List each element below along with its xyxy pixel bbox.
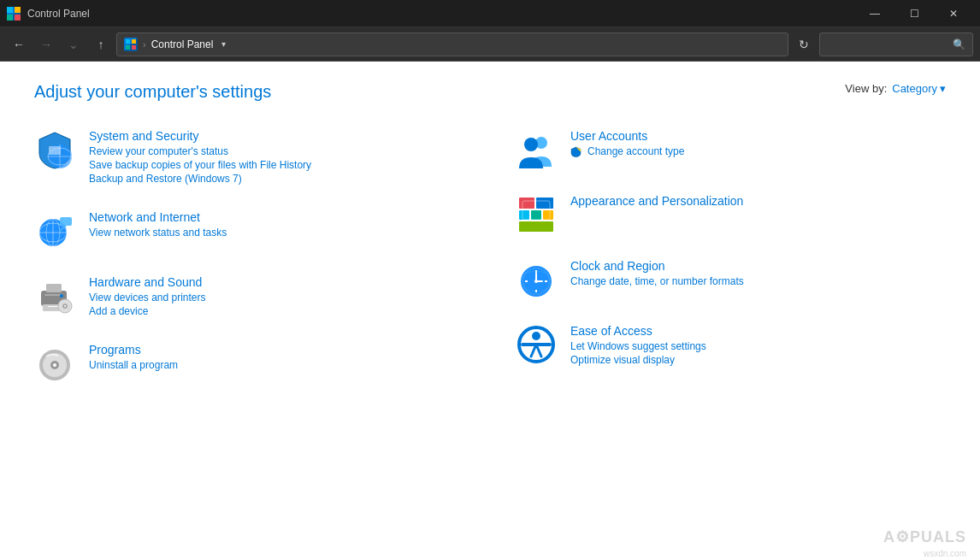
clock-content: Clock and Region Change date, time, or n… [570, 259, 744, 289]
hardware-content: Hardware and Sound View devices and prin… [89, 275, 206, 319]
programs-link-1[interactable]: Uninstall a program [89, 359, 178, 371]
view-by: View by: Category ▾ [845, 82, 946, 95]
ease-link-1[interactable]: Let Windows suggest settings [570, 340, 706, 352]
svg-rect-38 [519, 210, 529, 220]
address-dropdown-button[interactable]: ▾ [221, 39, 226, 49]
title-bar-left: Control Panel [7, 7, 90, 21]
network-title[interactable]: Network and Internet [89, 210, 227, 224]
left-column: System and Security Review your computer… [34, 129, 464, 408]
clock-title[interactable]: Clock and Region [570, 259, 744, 273]
address-field[interactable]: › Control Panel ▾ [116, 32, 788, 56]
up-icon: ↑ [98, 38, 104, 51]
refresh-button[interactable]: ↻ [792, 32, 816, 56]
user-accounts-icon [516, 129, 557, 170]
svg-line-58 [536, 345, 541, 357]
svg-rect-41 [519, 221, 553, 232]
right-column: User Accounts Change account type [516, 129, 946, 408]
maximize-button[interactable]: ☐ [894, 0, 934, 27]
category-item-ease: Ease of Access Let Windows suggest setti… [516, 324, 946, 368]
address-bar: ← → ⌄ ↑ › Control Panel ▾ ↻ 🔍 [0, 27, 980, 62]
svg-rect-3 [15, 15, 21, 21]
user-accounts-content: User Accounts Change account type [570, 129, 684, 159]
svg-rect-18 [60, 217, 72, 226]
watermark-sub: wsxdn.com [924, 549, 966, 558]
ease-icon [516, 324, 557, 365]
category-item-clock: Clock and Region Change date, time, or n… [516, 259, 946, 300]
system-security-link-2[interactable]: Save backup copies of your files with Fi… [89, 159, 311, 171]
back-button[interactable]: ← [7, 32, 31, 56]
svg-line-57 [531, 345, 536, 357]
appearance-content: Appearance and Personalization [570, 194, 743, 210]
watermark: A⚙PUALS wsxdn.com [883, 528, 966, 546]
svg-rect-1 [15, 7, 21, 13]
address-app-icon [124, 38, 138, 51]
svg-point-32 [53, 363, 56, 367]
appearance-title[interactable]: Appearance and Personalization [570, 194, 743, 208]
address-separator: › [143, 39, 146, 50]
svg-point-52 [534, 280, 538, 283]
svg-point-25 [60, 294, 63, 298]
back-icon: ← [13, 38, 25, 51]
programs-content: Programs Uninstall a program [89, 343, 178, 373]
search-icon: 🔍 [953, 38, 965, 50]
hardware-icon [34, 275, 75, 316]
hardware-title[interactable]: Hardware and Sound [89, 275, 206, 289]
clock-icon [516, 259, 557, 300]
system-security-icon [34, 129, 75, 170]
svg-rect-39 [531, 210, 541, 220]
hardware-link-1[interactable]: View devices and printers [89, 292, 206, 304]
user-accounts-link-1[interactable]: Change account type [570, 145, 684, 157]
svg-point-34 [524, 138, 538, 151]
recent-button[interactable]: ⌄ [62, 32, 86, 56]
address-path: Control Panel [151, 38, 214, 50]
window-controls: — ☐ ✕ [855, 0, 973, 27]
forward-button[interactable]: → [34, 32, 58, 56]
svg-rect-0 [7, 7, 13, 13]
system-security-title[interactable]: System and Security [89, 129, 311, 143]
system-security-content: System and Security Review your computer… [89, 129, 311, 186]
svg-rect-37 [536, 197, 553, 209]
system-security-link-3[interactable]: Backup and Restore (Windows 7) [89, 173, 311, 185]
system-security-link-1[interactable]: Review your computer's status [89, 145, 311, 157]
svg-point-55 [532, 332, 540, 340]
svg-rect-12 [49, 146, 61, 155]
svg-rect-4 [126, 39, 130, 44]
search-box[interactable]: 🔍 [819, 32, 973, 56]
category-item-system-security: System and Security Review your computer… [34, 129, 464, 186]
view-by-arrow-icon: ▾ [940, 82, 946, 95]
user-accounts-title[interactable]: User Accounts [570, 129, 684, 143]
svg-rect-7 [132, 45, 136, 50]
category-item-appearance: Appearance and Personalization [516, 194, 946, 235]
minimize-button[interactable]: — [855, 0, 894, 27]
categories-grid: System and Security Review your computer… [34, 129, 946, 408]
programs-title[interactable]: Programs [89, 343, 178, 357]
recent-icon: ⌄ [68, 38, 79, 51]
category-item-programs: Programs Uninstall a program [34, 343, 464, 384]
category-item-network: Network and Internet View network status… [34, 210, 464, 251]
app-icon [7, 7, 21, 21]
refresh-icon: ↻ [799, 38, 809, 51]
programs-icon [34, 343, 75, 384]
main-content: Adjust your computer's settings View by:… [0, 62, 980, 560]
network-link-1[interactable]: View network status and tasks [89, 227, 227, 239]
page-title: Adjust your computer's settings [34, 82, 946, 102]
svg-rect-40 [543, 210, 553, 220]
svg-rect-2 [7, 15, 13, 21]
clock-link-1[interactable]: Change date, time, or number formats [570, 275, 744, 287]
network-content: Network and Internet View network status… [89, 210, 227, 240]
ease-link-2[interactable]: Optimize visual display [570, 354, 706, 366]
ease-title[interactable]: Ease of Access [570, 324, 706, 338]
shield-icon [570, 146, 582, 157]
svg-rect-6 [126, 45, 130, 50]
hardware-link-2[interactable]: Add a device [89, 305, 206, 317]
svg-rect-36 [519, 197, 534, 209]
svg-rect-22 [46, 284, 62, 292]
title-bar: Control Panel — ☐ ✕ [0, 0, 980, 27]
up-button[interactable]: ↑ [89, 32, 113, 56]
view-by-label: View by: [845, 82, 887, 95]
svg-rect-5 [132, 39, 136, 44]
search-input[interactable] [827, 38, 949, 50]
view-by-value[interactable]: Category ▾ [892, 82, 946, 95]
watermark-text: A⚙PUALS [883, 528, 966, 546]
close-button[interactable]: ✕ [934, 0, 973, 27]
